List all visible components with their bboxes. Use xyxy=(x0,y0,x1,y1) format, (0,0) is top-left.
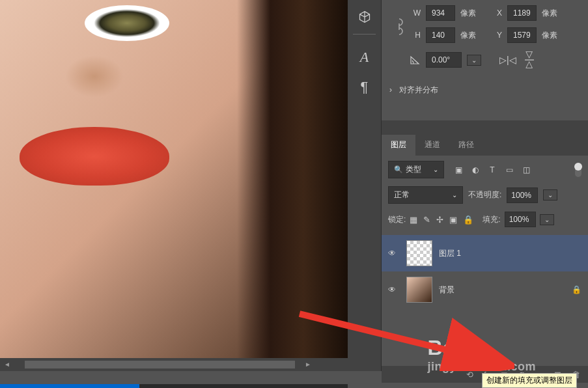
horizontal-scrollbar[interactable]: ◄ ► xyxy=(0,358,348,371)
rotation-input[interactable] xyxy=(426,52,462,68)
filter-pixel-icon[interactable]: ▣ xyxy=(453,165,464,175)
layer-name[interactable]: 背景 xyxy=(439,284,565,296)
height-input[interactable] xyxy=(426,27,455,43)
paragraph-icon[interactable]: ¶ xyxy=(352,74,378,100)
visibility-icon[interactable]: 👁 xyxy=(388,249,400,258)
link-icon[interactable] xyxy=(389,5,409,48)
filter-adjustment-icon[interactable]: ◐ xyxy=(470,165,481,175)
blend-mode-row: 正常 ⌄ 不透明度: ⌄ xyxy=(382,184,588,206)
rotation-dropdown[interactable]: ⌄ xyxy=(467,55,481,66)
layer-name[interactable]: 图层 1 xyxy=(439,248,581,259)
x-input[interactable] xyxy=(507,5,537,21)
character-icon[interactable]: A xyxy=(352,44,378,70)
watermark: Ba jingyan.baidu.com xyxy=(427,336,536,374)
tab-layers[interactable]: 图层 xyxy=(382,135,415,156)
x-label: X xyxy=(490,8,502,18)
layer-item[interactable]: 👁 背景 🔒 xyxy=(382,271,588,308)
lock-transparent-icon[interactable]: ▦ xyxy=(410,215,417,225)
opacity-dropdown[interactable]: ⌄ xyxy=(543,189,557,201)
tab-channels[interactable]: 通道 xyxy=(415,135,449,156)
filter-toggle[interactable] xyxy=(575,163,581,177)
height-label: H xyxy=(409,31,421,40)
collapsed-panel-toolbar: A ¶ xyxy=(348,0,382,371)
layer-filter-row: 🔍 类型 ⌄ ▣ ◐ T ▭ ◫ xyxy=(382,156,588,184)
tab-paths[interactable]: 路径 xyxy=(449,135,483,156)
align-section[interactable]: › 对齐并分布 xyxy=(389,79,580,101)
filter-smart-icon[interactable]: ◫ xyxy=(521,165,531,175)
canvas-image xyxy=(0,0,348,371)
angle-icon xyxy=(409,54,421,66)
lock-row: 锁定: ▦ ✎ ✢ ▣ 🔒 填充: ⌄ xyxy=(382,206,588,232)
y-label: Y xyxy=(490,31,502,40)
layer-thumbnail[interactable] xyxy=(406,277,432,303)
align-label: 对齐并分布 xyxy=(399,85,438,94)
width-label: W xyxy=(409,8,421,18)
opacity-input[interactable] xyxy=(507,187,538,203)
lock-badge-icon: 🔒 xyxy=(572,285,581,294)
lock-all-icon[interactable]: 🔒 xyxy=(463,215,473,225)
height-unit: 像素 xyxy=(460,30,476,41)
y-unit: 像素 xyxy=(542,30,557,41)
canvas-area[interactable]: ◄ ► xyxy=(0,0,348,371)
filter-type-select[interactable]: 🔍 类型 ⌄ xyxy=(388,161,444,178)
visibility-icon[interactable]: 👁 xyxy=(388,285,400,294)
scroll-left-arrow[interactable]: ◄ xyxy=(1,361,13,368)
opacity-label: 不透明度: xyxy=(468,189,501,201)
width-input[interactable] xyxy=(426,5,455,21)
lock-position-icon[interactable]: ✢ xyxy=(436,215,443,225)
blend-mode-select[interactable]: 正常 ⌄ xyxy=(388,186,463,204)
width-unit: 像素 xyxy=(460,8,476,19)
layer-item[interactable]: 👁 图层 1 xyxy=(382,235,588,271)
fill-input[interactable] xyxy=(505,212,536,227)
taskbar-edge xyxy=(0,384,348,388)
filter-shape-icon[interactable]: ▭ xyxy=(504,165,514,175)
divider xyxy=(353,34,376,40)
flip-horizontal-icon[interactable]: ▷|◁ xyxy=(499,55,516,65)
x-unit: 像素 xyxy=(542,8,557,19)
panel-divider xyxy=(382,120,588,135)
lock-image-icon[interactable]: ✎ xyxy=(423,215,430,225)
layer-thumbnail[interactable] xyxy=(406,240,432,266)
lock-label: 锁定: xyxy=(388,214,406,225)
panel-tabs: 图层 通道 路径 xyxy=(382,135,588,156)
scroll-thumb[interactable] xyxy=(25,361,295,368)
tooltip: 创建新的填充或调整图层 xyxy=(482,373,577,388)
fill-label: 填充: xyxy=(483,214,500,225)
fill-dropdown[interactable]: ⌄ xyxy=(540,214,554,225)
flip-vertical-icon[interactable]: ▷|◁ xyxy=(524,51,535,68)
chevron-right-icon: › xyxy=(389,85,392,94)
scroll-right-arrow[interactable]: ► xyxy=(302,361,314,368)
layers-list: 👁 图层 1 👁 背景 🔒 xyxy=(382,232,588,311)
filter-type-icon[interactable]: T xyxy=(487,165,497,175)
y-input[interactable] xyxy=(507,27,537,43)
cube-icon[interactable] xyxy=(352,4,378,30)
properties-panel: W 像素 X 像素 H 像素 Y 像素 ⌄ ▷|◁ ▷|◁ xyxy=(382,0,588,120)
lock-artboard-icon[interactable]: ▣ xyxy=(449,215,457,225)
